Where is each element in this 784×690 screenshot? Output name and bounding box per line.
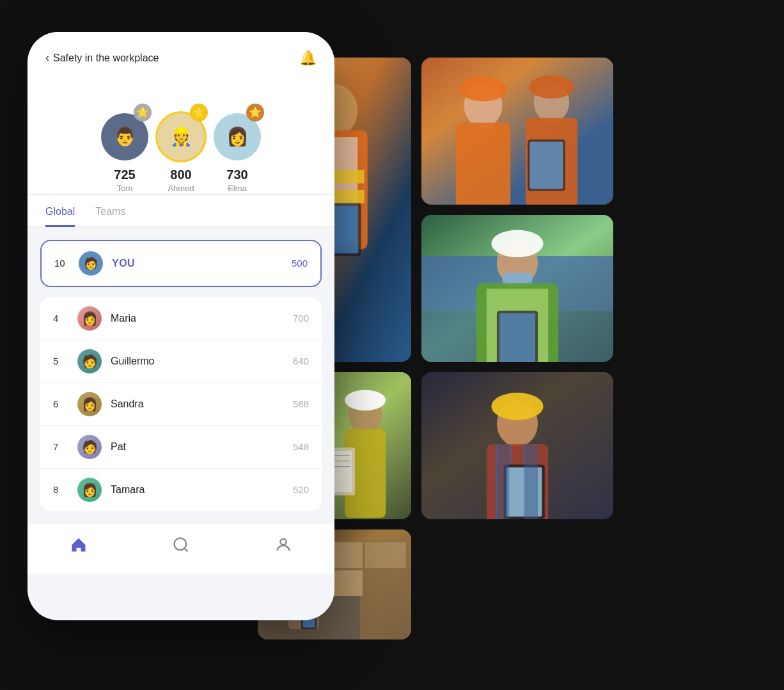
- avatar-maria: 👩: [77, 306, 102, 331]
- svg-rect-17: [529, 141, 563, 189]
- page-title: Safety in the workplace: [53, 52, 159, 64]
- svg-rect-62: [496, 444, 509, 519]
- svg-point-29: [491, 230, 543, 257]
- rank-4: 4: [53, 313, 68, 324]
- avatar-guillermo: 🧑: [77, 349, 102, 373]
- name-sandra: Sandra: [111, 398, 293, 410]
- home-nav-icon[interactable]: [70, 536, 88, 558]
- my-name: YOU: [112, 258, 292, 269]
- svg-point-19: [529, 75, 574, 98]
- podium-first-name: Ahmed: [168, 184, 194, 193]
- score-sandra: 588: [293, 398, 309, 409]
- svg-line-1: [184, 548, 187, 551]
- silver-medal: ⭐: [134, 104, 152, 122]
- list-item: 4 👩 Maria 700: [40, 297, 322, 340]
- name-guillermo: Guillermo: [111, 356, 293, 367]
- back-arrow-icon: ‹: [45, 51, 49, 65]
- svg-rect-45: [365, 542, 406, 568]
- leaderboard-section: 10 🧑 YOU 500 4 👩 Maria 700 5 🧑: [27, 227, 334, 524]
- my-rank: 10: [54, 258, 70, 269]
- svg-rect-46: [332, 570, 363, 596]
- podium-third-name: Elma: [228, 184, 247, 193]
- photo-2: [421, 58, 613, 205]
- gold-medal: ⭐: [190, 104, 208, 122]
- profile-nav-icon[interactable]: [274, 536, 292, 558]
- avatar-pat: 🧑: [77, 435, 102, 459]
- svg-point-55: [491, 393, 543, 420]
- my-leaderboard-row: 10 🧑 YOU 500: [40, 240, 322, 287]
- avatar-sandra: 👩: [77, 392, 102, 416]
- svg-point-0: [175, 538, 187, 550]
- scene: ‹ Safety in the workplace 🔔 👨 ⭐ 725 Tom: [27, 32, 757, 659]
- photo-card-6: [421, 372, 613, 519]
- tab-bar: Global Teams: [27, 196, 334, 227]
- tab-global[interactable]: Global: [45, 206, 75, 227]
- podium-second-name: Tom: [117, 184, 133, 193]
- svg-rect-63: [524, 444, 538, 519]
- photo-card-2: [421, 58, 613, 205]
- score-pat: 548: [293, 441, 309, 452]
- svg-rect-13: [456, 122, 511, 204]
- phone-header: ‹ Safety in the workplace 🔔: [27, 32, 334, 79]
- my-avatar: 🧑: [79, 251, 103, 276]
- podium-first-score: 800: [170, 168, 191, 182]
- back-button[interactable]: ‹ Safety in the workplace: [45, 51, 159, 65]
- svg-rect-11: [421, 58, 613, 205]
- phone-frame: ‹ Safety in the workplace 🔔 👨 ⭐ 725 Tom: [27, 32, 334, 620]
- rank-5: 5: [53, 356, 68, 366]
- podium-second: 👨 ⭐ 725 Tom: [99, 111, 150, 193]
- bottom-navigation: [27, 524, 334, 574]
- podium-third: 👩 ⭐ 730 Elma: [212, 111, 263, 193]
- svg-point-36: [345, 389, 386, 410]
- photo-6: [421, 372, 613, 519]
- name-tamara: Tamara: [111, 484, 293, 496]
- podium-second-score: 725: [114, 168, 135, 182]
- my-score: 500: [292, 258, 308, 269]
- list-item: 7 🧑 Pat 548: [40, 426, 322, 469]
- svg-rect-44: [332, 542, 363, 568]
- svg-point-18: [459, 76, 507, 101]
- podium-third-score: 730: [226, 168, 247, 182]
- podium-section: 👨 ⭐ 725 Tom 👷 ⭐ 800 Ahmed: [27, 79, 334, 193]
- list-item: 5 🧑 Guillermo 640: [40, 340, 322, 383]
- list-item: 6 👩 Sandra 588: [40, 383, 322, 426]
- score-guillermo: 640: [293, 356, 309, 366]
- bell-icon[interactable]: 🔔: [299, 50, 317, 67]
- leaderboard-list: 4 👩 Maria 700 5 🧑 Guillermo 640 6 👩: [40, 297, 322, 511]
- tab-teams[interactable]: Teams: [95, 206, 125, 227]
- rank-8: 8: [53, 484, 68, 495]
- score-tamara: 520: [293, 484, 309, 495]
- podium-first: 👷 ⭐ 800 Ahmed: [155, 111, 207, 193]
- name-pat: Pat: [111, 441, 293, 453]
- svg-rect-28: [499, 313, 535, 362]
- avatar-tamara: 👩: [77, 478, 102, 502]
- rank-7: 7: [53, 441, 68, 452]
- search-nav-icon[interactable]: [172, 536, 190, 558]
- list-item: 8 👩 Tamara 520: [40, 469, 322, 511]
- photo-3: [421, 215, 613, 362]
- svg-point-2: [280, 538, 286, 544]
- name-maria: Maria: [111, 313, 293, 324]
- rank-6: 6: [53, 398, 68, 409]
- photo-card-3: [421, 215, 613, 362]
- score-maria: 700: [293, 313, 309, 324]
- bronze-medal: ⭐: [246, 104, 264, 122]
